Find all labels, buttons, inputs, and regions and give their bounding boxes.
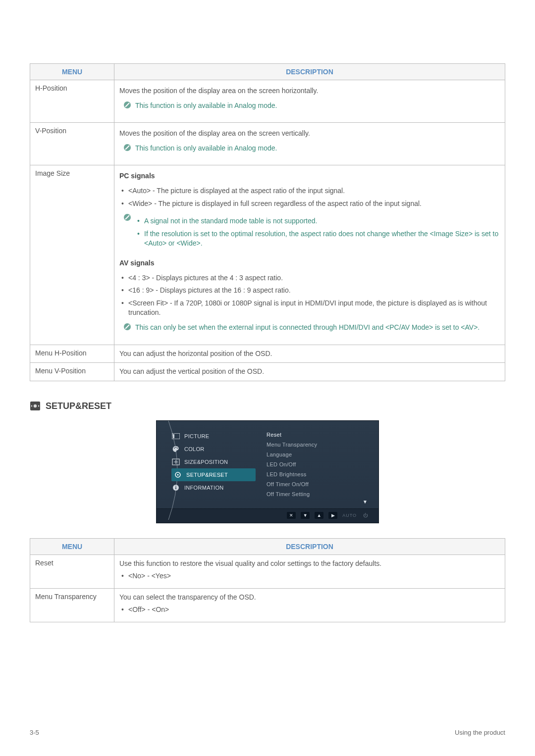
description-text: Use this function to restore the visual … bbox=[119, 559, 500, 569]
note-list-item: A signal not in the standard mode table … bbox=[135, 216, 500, 226]
picture-icon bbox=[171, 432, 180, 441]
list-item: <Off> - <On> bbox=[119, 605, 500, 615]
menu-description-table-2: MENU DESCRIPTION Reset Use this function… bbox=[30, 538, 505, 622]
osd-menu-label: PICTURE bbox=[184, 433, 209, 439]
osd-close-icon: ✕ bbox=[287, 512, 296, 519]
osd-menu-label: COLOR bbox=[184, 446, 205, 452]
list-item: <No> - <Yes> bbox=[119, 571, 500, 581]
color-icon bbox=[171, 445, 180, 454]
table-row: Menu H-Position You can adjust the horiz… bbox=[30, 345, 505, 363]
osd-menu-information: INFORMATION bbox=[171, 481, 256, 494]
note-icon bbox=[123, 323, 131, 331]
page-number: 3-5 bbox=[30, 729, 39, 736]
svg-rect-13 bbox=[173, 434, 174, 438]
setup-reset-section-icon bbox=[30, 401, 41, 411]
footer-section-label: Using the product bbox=[455, 729, 505, 736]
svg-point-19 bbox=[177, 474, 178, 475]
osd-enter-icon: ▶ bbox=[328, 512, 337, 519]
osd-menu-label: SIZE&POSITION bbox=[184, 459, 228, 465]
osd-up-icon: ▲ bbox=[315, 512, 323, 519]
svg-point-15 bbox=[175, 447, 176, 448]
osd-menu-color: COLOR bbox=[171, 443, 256, 455]
menu-description-table-1: MENU DESCRIPTION H-Position Moves the po… bbox=[30, 63, 505, 381]
table-header-description: DESCRIPTION bbox=[114, 538, 505, 554]
table-row: Menu Transparency You can select the tra… bbox=[30, 588, 505, 622]
list-item: <16 : 9> - Displays pictures at the 16 :… bbox=[119, 286, 500, 296]
osd-down-icon: ▼ bbox=[301, 512, 310, 519]
note-list-item: If the resolution is set to the optimal … bbox=[135, 229, 500, 249]
osd-auto-label: AUTO bbox=[342, 512, 357, 519]
note-text: This function is only available in Analo… bbox=[135, 101, 500, 111]
size-position-icon bbox=[171, 457, 180, 466]
list-item: <4 : 3> - Displays pictures at the 4 : 3… bbox=[119, 273, 500, 283]
osd-menu-picture: PICTURE bbox=[171, 430, 256, 443]
osd-right-item: LED Brightness bbox=[267, 469, 369, 479]
description-text: You can adjust the horizontal position o… bbox=[119, 349, 500, 359]
osd-right-item: LED On/Off bbox=[267, 459, 369, 469]
svg-point-14 bbox=[174, 448, 175, 449]
info-icon bbox=[171, 483, 180, 492]
list-item: <Wide> - The picture is displayed in ful… bbox=[119, 199, 500, 209]
table-header-menu: MENU bbox=[30, 538, 114, 554]
av-signals-heading: AV signals bbox=[119, 258, 500, 268]
table-row: H-Position Moves the position of the dis… bbox=[30, 80, 505, 123]
note-icon bbox=[123, 213, 131, 221]
osd-menu-label: INFORMATION bbox=[184, 485, 223, 491]
menu-label: Menu V-Position bbox=[30, 363, 114, 381]
description-text: Moves the position of the display area o… bbox=[119, 129, 500, 139]
menu-label: V-Position bbox=[30, 123, 114, 165]
osd-right-item: Off Timer On/Off bbox=[267, 479, 369, 489]
description-text: You can adjust the vertical position of … bbox=[119, 367, 500, 377]
svg-rect-11 bbox=[38, 405, 39, 407]
menu-label: H-Position bbox=[30, 80, 114, 123]
menu-label: Menu Transparency bbox=[30, 588, 114, 622]
svg-rect-21 bbox=[175, 487, 176, 489]
osd-menu-size-position: SIZE&POSITION bbox=[171, 455, 256, 468]
svg-rect-22 bbox=[175, 486, 176, 487]
list-item: <Screen Fit> - If a 720P, 1080i or 1080P… bbox=[119, 299, 500, 318]
svg-point-16 bbox=[177, 448, 178, 449]
table-row: V-Position Moves the position of the dis… bbox=[30, 123, 505, 165]
gear-icon bbox=[173, 470, 182, 479]
menu-label: Image Size bbox=[30, 165, 114, 345]
pc-signals-heading: PC signals bbox=[119, 171, 500, 181]
note-text: This can only be set when the external i… bbox=[135, 323, 500, 333]
table-row: Menu V-Position You can adjust the verti… bbox=[30, 363, 505, 381]
list-item: <Auto> - The picture is displayed at the… bbox=[119, 186, 500, 196]
osd-menu-setup-reset: SETUP&RESET bbox=[171, 468, 256, 481]
note-icon bbox=[123, 144, 131, 151]
down-arrow-icon: ▼ bbox=[267, 499, 369, 504]
note-text: This function is only available in Analo… bbox=[135, 144, 500, 153]
table-row: Image Size PC signals <Auto> - The pictu… bbox=[30, 165, 505, 345]
note-icon bbox=[123, 101, 131, 109]
osd-power-icon: ⏻ bbox=[362, 512, 369, 519]
osd-right-item: Language bbox=[267, 450, 369, 459]
osd-screenshot: PICTURE COLOR SIZE&POSITION SETUP&R bbox=[156, 420, 379, 523]
table-header-description: DESCRIPTION bbox=[114, 64, 505, 80]
osd-right-item: Menu Transparency bbox=[267, 440, 369, 450]
description-text: You can select the transparency of the O… bbox=[119, 593, 500, 603]
osd-right-item: Reset bbox=[267, 430, 369, 440]
svg-point-9 bbox=[34, 404, 37, 407]
table-header-menu: MENU bbox=[30, 64, 114, 80]
setup-reset-heading: SETUP&RESET bbox=[46, 401, 111, 411]
osd-menu-label: SETUP&RESET bbox=[186, 472, 228, 478]
menu-label: Reset bbox=[30, 554, 114, 588]
svg-rect-10 bbox=[31, 405, 32, 407]
menu-label: Menu H-Position bbox=[30, 345, 114, 363]
table-row: Reset Use this function to restore the v… bbox=[30, 554, 505, 588]
description-text: Moves the position of the display area o… bbox=[119, 86, 500, 96]
osd-right-item: Off Timer Setting bbox=[267, 489, 369, 499]
